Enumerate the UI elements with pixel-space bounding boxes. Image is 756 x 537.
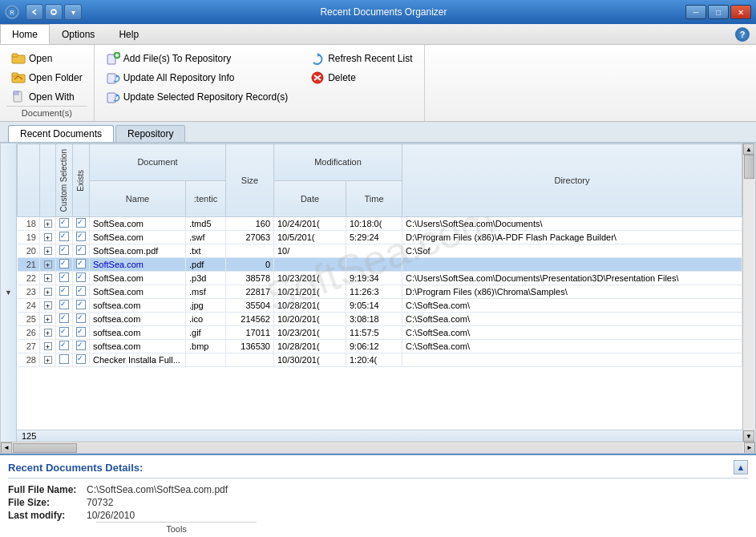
open-button[interactable]: Open [6,50,87,67]
custom-sel-checkbox[interactable] [59,341,69,350]
table-row[interactable]: 23 + SoftSea.com .msf 22817 10/21/201( 1… [18,285,742,299]
exists-checkbox[interactable] [76,300,86,309]
content-area: Recent Documents Repository ▼ SoftSea.co… [0,122,756,537]
horizontal-scrollbar[interactable]: ◄ ► [1,442,755,453]
tab-repository[interactable]: Repository [115,125,185,142]
exists-checkbox[interactable] [76,232,86,241]
expand-icon[interactable]: + [44,247,52,255]
custom-sel-checkbox[interactable] [59,300,69,309]
scroll-left-arrow[interactable]: ◄ [1,442,12,454]
custom-sel-checkbox[interactable] [59,273,69,282]
custom-sel-checkbox[interactable] [59,354,69,364]
delete-button[interactable]: Delete [305,69,417,87]
exists-checkbox[interactable] [76,354,86,364]
expand-icon[interactable]: + [44,260,52,268]
row-expand[interactable]: + [40,340,56,353]
table-row[interactable]: 21 + SoftSea.com .pdf 0 [18,258,742,272]
expand-icon[interactable]: + [44,301,52,309]
table-row[interactable]: 27 + softsea.com .bmp 136530 10/28/201( … [18,340,742,353]
table-row[interactable]: 26 + softsea.com .gif 17011 10/23/201( 1… [18,326,742,340]
open-folder-button[interactable]: Open Folder [6,69,87,87]
expand-icon[interactable]: + [44,329,52,337]
menu-tab-home[interactable]: Home [0,24,50,44]
table-row[interactable]: 20 + SoftSea.com.pdf .txt 10/ C:\Sof [18,244,742,258]
help-icon[interactable]: ? [735,27,750,42]
details-collapse-button[interactable]: ▲ [734,460,748,474]
table-area: ▼ SoftSea.com Custom Selection [0,143,756,454]
row-custom-sel[interactable] [56,353,73,367]
table-row[interactable]: 19 + SoftSea.com .swf 27063 10/5/201( 5:… [18,231,742,244]
row-expand[interactable]: + [40,258,56,272]
exists-checkbox[interactable] [76,218,86,228]
row-expand[interactable]: + [40,244,56,258]
forward-button[interactable] [45,4,63,20]
close-button[interactable]: ✕ [730,5,751,19]
scroll-up-arrow[interactable]: ▲ [743,143,754,155]
menu-tab-options[interactable]: Options [50,24,107,44]
table-row[interactable]: 25 + softsea.com .ico 214562 10/20/201( … [18,313,742,326]
custom-sel-checkbox[interactable] [59,259,69,268]
dropdown-button[interactable]: ▾ [64,4,82,20]
exists-checkbox[interactable] [76,259,86,268]
open-with-button[interactable]: Open With [6,88,87,106]
exists-checkbox[interactable] [76,341,86,350]
expand-icon[interactable]: + [44,342,52,350]
scroll-right-arrow[interactable]: ► [744,442,755,454]
row-expand[interactable]: + [40,353,56,367]
exists-checkbox[interactable] [76,273,86,282]
exists-checkbox[interactable] [76,327,86,337]
row-custom-sel[interactable] [56,272,73,285]
row-custom-sel[interactable] [56,326,73,340]
row-custom-sel[interactable] [56,313,73,326]
table-row[interactable]: 24 + softsea.com .jpg 35504 10/28/201( 9… [18,299,742,313]
menu-tab-help[interactable]: Help [107,24,151,44]
tab-recent-documents[interactable]: Recent Documents [8,125,114,142]
row-expand[interactable]: + [40,326,56,340]
expand-icon[interactable]: + [44,233,52,241]
row-custom-sel[interactable] [56,258,73,272]
custom-sel-checkbox[interactable] [59,327,69,337]
table-row[interactable]: 22 + SoftSea.com .p3d 38578 10/23/201( 9… [18,272,742,285]
row-expand[interactable]: + [40,217,56,231]
back-button[interactable] [26,4,43,20]
custom-sel-checkbox[interactable] [59,232,69,241]
update-all-button[interactable]: Update All Repository Info [101,69,293,87]
row-custom-sel[interactable] [56,244,73,258]
exists-checkbox[interactable] [76,245,86,255]
update-selected-button[interactable]: Update Selected Repository Record(s) [101,88,293,106]
scroll-thumb[interactable] [744,155,754,179]
table-row[interactable]: 28 + Checker Installa Full... 10/30/201(… [18,353,742,367]
row-expand[interactable]: + [40,299,56,313]
row-expand[interactable]: + [40,272,56,285]
scroll-down-arrow[interactable]: ▼ [743,430,754,442]
row-expand[interactable]: + [40,231,56,244]
h-scroll-thumb[interactable] [13,443,77,453]
refresh-recent-button[interactable]: Refresh Recent List [305,50,417,67]
row-custom-sel[interactable] [56,299,73,313]
custom-sel-checkbox[interactable] [59,218,69,228]
exists-checkbox[interactable] [76,286,86,296]
left-collapse-arrow[interactable]: ▼ [1,143,17,442]
table-row[interactable]: 18 + SoftSea.com .tmd5 160 10/24/201( 10… [18,217,742,231]
expand-icon[interactable]: + [44,274,52,282]
table-scroll[interactable]: SoftSea.com Custom Selection Exists [17,143,742,430]
row-custom-sel[interactable] [56,217,73,231]
expand-icon[interactable]: + [44,356,52,364]
expand-icon[interactable]: + [44,220,52,228]
minimize-button[interactable]: ─ [685,5,706,19]
row-expand[interactable]: + [40,285,56,299]
vertical-scrollbar[interactable]: ▲ ▼ [742,143,755,442]
row-custom-sel[interactable] [56,285,73,299]
custom-sel-checkbox[interactable] [59,313,69,323]
row-custom-sel[interactable] [56,231,73,244]
expand-icon[interactable]: + [44,288,52,296]
expand-icon[interactable]: + [44,315,52,323]
custom-sel-checkbox[interactable] [59,286,69,296]
exists-checkbox[interactable] [76,313,86,323]
custom-sel-checkbox[interactable] [59,245,69,255]
row-expand[interactable]: + [40,313,56,326]
row-custom-sel[interactable] [56,340,73,353]
add-files-button[interactable]: Add File(s) To Repository [101,50,293,67]
row-exists [73,299,90,313]
maximize-button[interactable]: □ [708,5,729,19]
